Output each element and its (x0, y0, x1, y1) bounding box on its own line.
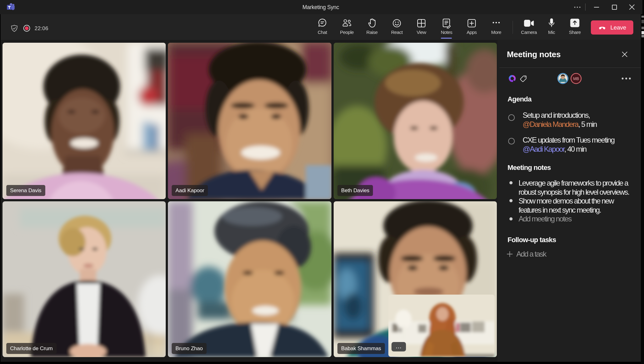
svg-text:MB: MB (573, 77, 579, 81)
